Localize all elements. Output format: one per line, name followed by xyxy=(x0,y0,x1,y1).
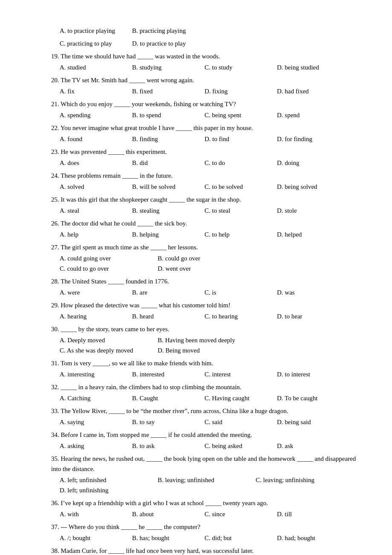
q35-option-c: C. leaving; unfinishing xyxy=(256,475,341,485)
q22-option-a: A. found xyxy=(60,134,119,144)
q20-block: 20. The TV set Mr. Smith had _____ went … xyxy=(51,75,358,96)
q28-option-b: B. are xyxy=(132,287,192,298)
q20-option-a: A. fix xyxy=(60,86,119,96)
q27-option-b: B. could go over xyxy=(158,253,243,263)
q30-option-c: C. As she was deeply moved xyxy=(60,345,145,356)
q27-option-c: C. could to go over xyxy=(60,263,145,274)
q26-options: A. help B. helping C. to help D. helped xyxy=(60,229,358,240)
exam-content: A. to practice playing B. practicing pla… xyxy=(51,26,358,555)
q32-text: 32. _____ in a heavy rain, the climbers … xyxy=(51,382,358,392)
q22-option-b: B. finding xyxy=(132,134,192,144)
q28-option-d: D. was xyxy=(277,287,337,298)
q36-option-a: A. with xyxy=(60,509,119,519)
q31-block: 31. Tom is very _____, so we all like to… xyxy=(51,358,358,379)
q26-option-c: C. to help xyxy=(205,229,264,240)
q26-option-b: B. helping xyxy=(132,229,192,240)
q19-option-d: D. being studied xyxy=(277,62,337,72)
q31-option-c: C. interest xyxy=(205,369,264,379)
q24-option-c: C. to be solved xyxy=(205,182,264,192)
q35-option-b: B. leaving; unfinished xyxy=(158,475,243,485)
q21-option-b: B. to spend xyxy=(132,110,192,120)
q25-option-a: A. steal xyxy=(60,205,119,216)
q20-text: 20. The TV set Mr. Smith had _____ went … xyxy=(51,75,358,85)
q30-options: A. Deeply moved B. Having been moved dee… xyxy=(60,335,358,356)
q23-text: 23. He was prevented _____ this experime… xyxy=(51,147,358,157)
q27-option-a: A. could going over xyxy=(60,253,145,263)
q23-options: A. does B. did C. to do D. doing xyxy=(60,158,358,168)
q19-option-b: B. studying xyxy=(132,62,192,72)
q32-block: 32. _____ in a heavy rain, the climbers … xyxy=(51,382,358,403)
q37-option-b: B. has; bought xyxy=(132,533,192,543)
q18-option-b: B. practicing playing xyxy=(132,26,192,36)
q19-option-a: A. studied xyxy=(60,62,119,72)
q25-option-c: C. to steal xyxy=(205,205,264,216)
q27-options: A. could going over B. could go over C. … xyxy=(60,253,358,274)
q37-option-d: D. had; bought xyxy=(277,533,337,543)
q26-option-d: D. helped xyxy=(277,229,337,240)
q29-options: A. hearing B. heard C. to hearing D. to … xyxy=(60,311,358,321)
q36-block: 36. I’ve kept up a friendship with a gir… xyxy=(51,498,358,519)
q32-option-c: C. Having caught xyxy=(205,393,264,403)
q35-option-d: D. left; unfinishing xyxy=(60,485,145,495)
q23-block: 23. He was prevented _____ this experime… xyxy=(51,147,358,168)
q20-options: A. fix B. fixed D. fixing D. had fixed xyxy=(60,86,358,96)
q30-text: 30. _____ by the story, tears came to he… xyxy=(51,324,358,334)
q23-option-d: D. doing xyxy=(277,158,337,168)
q20-option-d: D. had fixed xyxy=(277,86,337,96)
q32-options: A. Catching B. Caught C. Having caught D… xyxy=(60,393,358,403)
q37-option-a: A. /; bought xyxy=(60,533,119,543)
q33-option-d: D. being said xyxy=(277,417,337,427)
q38-block: 38. Madam Curie, for _____ life had once… xyxy=(51,546,358,555)
q22-option-d: D. for finding xyxy=(277,134,337,144)
q19-text: 19. The time we should have had _____ wa… xyxy=(51,51,358,61)
q31-text: 31. Tom is very _____, so we all like to… xyxy=(51,358,358,368)
q33-option-c: C. said xyxy=(205,417,264,427)
q33-option-b: B. to say xyxy=(132,417,192,427)
q24-option-b: B. will be solved xyxy=(132,182,192,192)
q37-text: 37. --- Where do you think _____ he ____… xyxy=(51,522,358,532)
q26-option-a: A. help xyxy=(60,229,119,240)
q25-option-b: B. stealing xyxy=(132,205,192,216)
q18-options-row2: C. practicing to play D. to practice to … xyxy=(60,38,358,49)
q34-option-c: C. being asked xyxy=(205,441,264,451)
q19-options: A. studied B. studying C. to study D. be… xyxy=(60,62,358,72)
q27-option-d: D. went over xyxy=(158,263,243,274)
q24-option-a: A. solved xyxy=(60,182,119,192)
q36-option-d: D. till xyxy=(277,509,337,519)
q31-option-b: B. interested xyxy=(132,369,192,379)
q22-block: 22. You never imagine what great trouble… xyxy=(51,123,358,144)
q35-block: 35. Hearing the news, he rushed out, ___… xyxy=(51,454,358,495)
q25-option-d: D. stole xyxy=(277,205,337,216)
q35-text: 35. Hearing the news, he rushed out, ___… xyxy=(51,454,358,474)
q29-option-d: D. to hear xyxy=(277,311,337,321)
q18-option-d: D. to practice to play xyxy=(132,38,192,49)
q34-option-a: A. asking xyxy=(60,441,119,451)
q18-option-a: A. to practice playing xyxy=(60,26,119,36)
q32-option-a: A. Catching xyxy=(60,393,119,403)
q22-text: 22. You never imagine what great trouble… xyxy=(51,123,358,133)
q37-option-c: C. did; but xyxy=(205,533,264,543)
q35-options: A. left; unfinished B. leaving; unfinish… xyxy=(60,475,358,495)
q21-block: 21. Which do you enjoy _____ your weeken… xyxy=(51,99,358,120)
q29-option-b: B. heard xyxy=(132,311,192,321)
q28-block: 28. The United States _____ founded in 1… xyxy=(51,276,358,298)
q21-text: 21. Which do you enjoy _____ your weeken… xyxy=(51,99,358,109)
q29-option-a: A. hearing xyxy=(60,311,119,321)
q29-block: 29. How pleased the detective was _____ … xyxy=(51,300,358,321)
q32-option-d: D. To be caught xyxy=(277,393,337,403)
q25-block: 25. It was this girl that the shopkeeper… xyxy=(51,194,358,216)
q30-block: 30. _____ by the story, tears came to he… xyxy=(51,324,358,356)
q27-block: 27. The girl spent as much time as she _… xyxy=(51,242,358,274)
q27-text: 27. The girl spent as much time as she _… xyxy=(51,242,358,252)
q33-options: A. saying B. to say C. said D. being sai… xyxy=(60,417,358,427)
q30-option-a: A. Deeply moved xyxy=(60,335,145,345)
q30-option-d: D. Being moved xyxy=(158,345,243,356)
q24-block: 24. These problems remain _____ in the f… xyxy=(51,171,358,192)
q28-option-c: C. is xyxy=(205,287,264,298)
q25-text: 25. It was this girl that the shopkeeper… xyxy=(51,194,358,205)
q34-option-d: D. ask xyxy=(277,441,337,451)
q34-options: A. asking B. to ask C. being asked D. as… xyxy=(60,441,358,451)
q33-option-a: A. saying xyxy=(60,417,119,427)
q32-option-b: B. Caught xyxy=(132,393,192,403)
q26-block: 26. The doctor did what he could _____ t… xyxy=(51,218,358,240)
